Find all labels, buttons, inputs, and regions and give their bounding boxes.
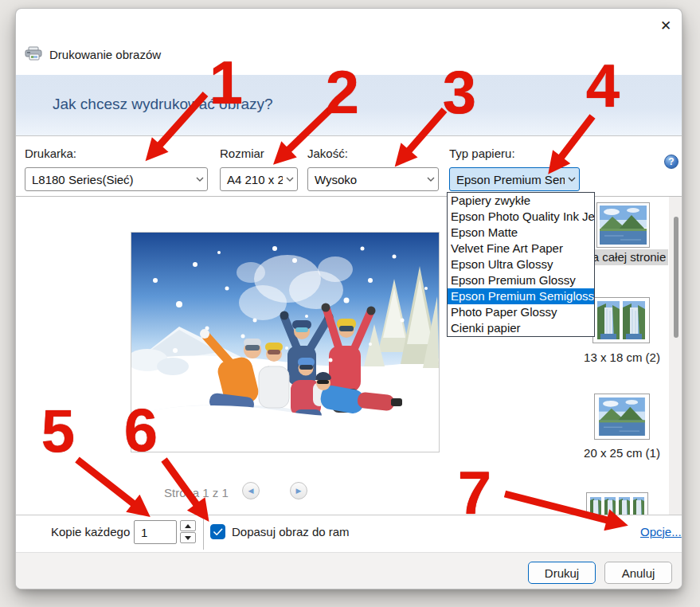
size-combobox-value: A4 210 x 29: [221, 173, 283, 186]
layout-item-clipped-thumbnail[interactable]: [586, 492, 648, 515]
layout-item-13x18-thumbnail[interactable]: [592, 297, 650, 343]
paper-menu-item-selected[interactable]: Epson Premium Semigloss: [448, 288, 594, 304]
options-bar: Kopie każdego Dopasuj obraz do ram Opcje…: [16, 515, 682, 553]
cancel-button[interactable]: Anuluj: [604, 562, 672, 584]
chevron-down-icon: [193, 177, 207, 182]
chevron-down-icon: [283, 177, 297, 182]
help-button[interactable]: ?: [664, 155, 678, 169]
copies-label: Kopie każdego: [51, 525, 130, 538]
printer-combobox[interactable]: L8180 Series(Sieć): [25, 167, 208, 191]
printer-combobox-value: L8180 Series(Sieć): [25, 173, 193, 186]
bar-divider: [203, 518, 204, 550]
copies-decrement-button[interactable]: [180, 532, 196, 543]
header-question: Jak chcesz wydrukować obrazy?: [53, 96, 273, 113]
paper-type-label: Typ papieru:: [449, 147, 515, 160]
copies-increment-button[interactable]: [180, 520, 196, 531]
help-icon: ?: [668, 156, 674, 167]
printer-label: Drukarka:: [25, 147, 76, 160]
paper-type-combobox-value: Epson Premium Sem: [450, 173, 565, 186]
paper-menu-item[interactable]: Epson Ultra Glossy: [448, 257, 594, 272]
dialog-title: Drukowanie obrazów: [49, 48, 161, 61]
checkmark-icon: [213, 528, 223, 536]
layout-item-13x18-label[interactable]: 13 x 18 cm (2): [566, 350, 678, 366]
fit-to-frame-checkbox[interactable]: [210, 524, 225, 539]
print-pictures-dialog: ✕ Drukowanie obrazów Jak chcesz wydrukow…: [15, 8, 682, 589]
spinner-up-icon: [185, 524, 191, 528]
layout-item-full-page-thumbnail[interactable]: [596, 202, 650, 248]
layout-item-20x25-label[interactable]: 20 x 25 cm (1): [566, 445, 678, 461]
options-link[interactable]: Opcje...: [640, 525, 682, 538]
chevron-down-icon: [565, 177, 579, 182]
header-band: Jak chcesz wydrukować obrazy?: [16, 75, 682, 136]
sidebar-scrollbar[interactable]: [669, 197, 682, 515]
paper-type-dropdown-list: Papiery zwykłe Epson Photo Quality Ink J…: [447, 192, 595, 337]
close-icon: ✕: [660, 18, 671, 34]
close-button[interactable]: ✕: [655, 15, 676, 36]
paper-menu-item[interactable]: Epson Premium Glossy: [448, 272, 594, 288]
quality-combobox-value: Wysoko: [308, 173, 424, 186]
chevron-down-icon: [424, 177, 438, 182]
size-label: Rozmiar: [220, 147, 264, 160]
previous-page-icon: ◀: [248, 487, 254, 495]
next-page-icon: ▶: [296, 487, 302, 495]
winter-photo: [131, 233, 439, 452]
print-button[interactable]: Drukuj: [528, 562, 596, 584]
next-page-button[interactable]: ▶: [290, 482, 307, 499]
previous-page-button[interactable]: ◀: [242, 482, 260, 499]
paper-menu-item[interactable]: Photo Paper Glossy: [448, 304, 594, 320]
sidebar-scrollbar-thumb[interactable]: [674, 217, 678, 338]
print-preview-image: [131, 232, 440, 452]
quality-combobox[interactable]: Wysoko: [307, 167, 439, 191]
copies-input[interactable]: [134, 520, 177, 544]
size-combobox[interactable]: A4 210 x 29: [220, 167, 298, 191]
paper-type-combobox[interactable]: Epson Premium Sem: [449, 167, 580, 191]
paper-menu-item[interactable]: Cienki papier: [448, 320, 594, 336]
paper-menu-item[interactable]: Papiery zwykłe: [448, 193, 594, 209]
footer-bar: Drukuj Anuluj: [16, 552, 682, 589]
page-indicator: Strona 1 z 1: [164, 486, 229, 499]
paper-menu-item[interactable]: Velvet Fine Art Paper: [448, 241, 594, 257]
printer-icon: [25, 46, 44, 61]
quality-label: Jakość:: [307, 147, 348, 160]
screenshot-stage: ✕ Drukowanie obrazów Jak chcesz wydrukow…: [0, 0, 700, 607]
spinner-down-icon: [185, 536, 191, 540]
layout-item-20x25-thumbnail[interactable]: [594, 394, 650, 440]
paper-menu-item[interactable]: Epson Photo Quality Ink Jet: [448, 209, 594, 225]
fit-to-frame-label: Dopasuj obraz do ram: [232, 525, 350, 538]
paper-menu-item[interactable]: Epson Matte: [448, 225, 594, 241]
